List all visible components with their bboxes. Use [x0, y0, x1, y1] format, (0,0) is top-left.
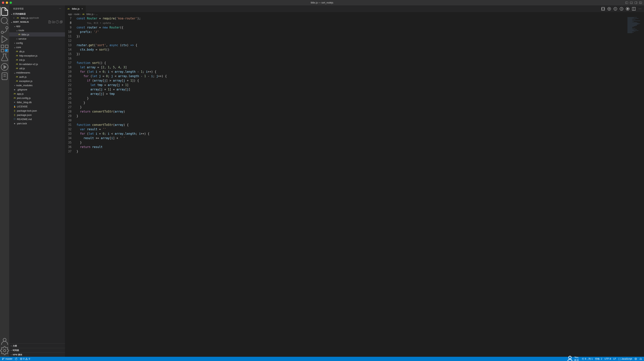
status-problems[interactable]: 0 0: [20, 357, 30, 360]
file-package-lock[interactable]: {}package-lock.json: [9, 109, 65, 113]
testing-activity[interactable]: [0, 53, 9, 62]
file-util-js[interactable]: JSutil.js: [9, 66, 65, 71]
json-file-icon: {}: [13, 109, 16, 112]
status-feedback-icon[interactable]: [634, 357, 637, 360]
npm-scripts-section[interactable]: ›NPM 脚本: [9, 352, 65, 357]
new-file-icon[interactable]: [48, 21, 51, 24]
open-editors-section[interactable]: ⌄ 打开的编辑器: [9, 12, 65, 16]
folder-app[interactable]: ⌄app: [9, 24, 65, 28]
file-exception-js[interactable]: JSexception.js: [9, 79, 65, 83]
file-jestconfig-js[interactable]: JSjest.config.js: [9, 96, 65, 100]
file-db-js[interactable]: JSdb.js: [9, 49, 65, 54]
chevron-down-icon: ⌄: [16, 29, 18, 32]
svg-point-11: [6, 27, 8, 29]
js-file-icon: JS: [82, 13, 85, 16]
close-window-button[interactable]: [2, 2, 4, 4]
svg-point-33: [609, 8, 610, 10]
file-auth-js[interactable]: JSauth.js: [9, 75, 65, 79]
search-activity[interactable]: [0, 16, 9, 26]
split-editor-icon[interactable]: [632, 7, 636, 11]
file-license[interactable]: 🏅LICENSE: [9, 104, 65, 109]
file-yarnlock[interactable]: ◆yarn.lock: [9, 121, 65, 126]
close-tab-icon[interactable]: ×: [81, 7, 84, 10]
file-readme[interactable]: ⓘREADME.md: [9, 117, 65, 121]
status-branch[interactable]: master: [2, 357, 12, 360]
compare-changes-icon[interactable]: [601, 7, 605, 11]
project-section[interactable]: ⌄ SORT_NODEJS: [9, 20, 65, 24]
js-file-icon: JS: [67, 7, 70, 11]
open-editor-item[interactable]: × JS lblbc.js app/route: [9, 16, 65, 20]
toggle-panel-bottom-icon[interactable]: [630, 1, 633, 4]
file-package-json[interactable]: {}package.json: [9, 113, 65, 117]
titlebar-layout-controls: [625, 1, 642, 4]
svg-line-10: [6, 23, 8, 24]
minimize-window-button[interactable]: [6, 2, 8, 4]
close-editor-icon[interactable]: ×: [12, 17, 16, 20]
refresh-icon[interactable]: [56, 21, 59, 24]
breadcrumb-more[interactable]: ...: [96, 13, 98, 16]
js-file-icon: JS: [16, 75, 18, 78]
status-line-col[interactable]: 行 8，列 1: [582, 357, 593, 360]
status-notifications-icon[interactable]: [640, 357, 642, 360]
chevron-down-icon: ⌄: [13, 71, 16, 74]
svg-rect-16: [1, 49, 4, 52]
js-file-icon: JS: [13, 96, 16, 100]
next-change-icon[interactable]: [620, 7, 624, 11]
more-actions-icon[interactable]: ⋯: [638, 7, 642, 11]
show-history-icon[interactable]: [607, 7, 611, 11]
breadcrumb-route[interactable]: route: [74, 13, 80, 16]
window-controls: [2, 2, 12, 4]
editor-area: JS lblbc.js × ⋯ app› route› JS lblbc.js›…: [65, 6, 644, 357]
open-editor-name: lblbc.js: [21, 17, 28, 20]
file-httpexception-js[interactable]: JShttp-exception.js: [9, 54, 65, 58]
status-encoding[interactable]: UTF-8: [604, 357, 611, 360]
file-init-js[interactable]: JSinit.js: [9, 58, 65, 62]
file-lblbc-js[interactable]: JSlblbc.js: [9, 32, 65, 37]
status-sync[interactable]: [15, 357, 18, 360]
collapse-all-icon[interactable]: [60, 21, 63, 24]
prev-change-icon[interactable]: [613, 7, 618, 11]
maximize-window-button[interactable]: [10, 2, 12, 4]
svg-marker-20: [4, 66, 6, 69]
toggle-panel-left-icon[interactable]: [625, 1, 628, 4]
run-debug-activity[interactable]: [0, 35, 9, 44]
file-gitignore[interactable]: ◆.gitignore: [9, 87, 65, 92]
breadcrumb-file[interactable]: lblbc.js: [86, 13, 94, 16]
file-app-js[interactable]: JSapp.js: [9, 92, 65, 96]
sidebar-more-icon[interactable]: ⋯: [59, 8, 61, 10]
run-icon[interactable]: [626, 7, 630, 11]
js-file-icon: JS: [16, 58, 18, 61]
editor-body[interactable]: 7const Router = require('koa-router'); 8…: [65, 16, 644, 357]
outline-section[interactable]: ›大纲: [9, 344, 65, 348]
settings-activity[interactable]: [0, 346, 9, 355]
tab-lblbc-js[interactable]: JS lblbc.js ×: [65, 6, 86, 12]
new-folder-icon[interactable]: [52, 21, 55, 24]
tabs-bar: JS lblbc.js × ⋯: [65, 6, 644, 12]
file-blog-db[interactable]: ≡lblbc_blog.db: [9, 100, 65, 104]
folder-config[interactable]: ›config: [9, 41, 65, 45]
breadcrumb-app[interactable]: app: [68, 13, 72, 16]
folder-service[interactable]: ›service: [9, 37, 65, 41]
extensions-activity[interactable]: 2: [0, 44, 9, 53]
explorer-activity[interactable]: [0, 7, 9, 16]
folder-middlewares[interactable]: ⌄middlewares: [9, 71, 65, 75]
toggle-panel-right-icon[interactable]: [634, 1, 638, 4]
folder-node-modules[interactable]: ›node_modules: [9, 83, 65, 87]
chevron-down-icon: ⌄: [10, 13, 13, 15]
timeline-section[interactable]: ›时间线: [9, 348, 65, 352]
status-lang[interactable]: { } JavaScript: [618, 357, 632, 360]
chevron-down-icon: ⌄: [13, 25, 16, 28]
tab-label: lblbc.js: [72, 7, 80, 10]
file-linvalidator-js[interactable]: JSlin-validator-v2.js: [9, 62, 65, 66]
scm-activity[interactable]: [0, 26, 9, 35]
customize-layout-icon[interactable]: [639, 1, 642, 4]
live-share-activity[interactable]: [0, 62, 9, 72]
folder-route[interactable]: ⌄route: [9, 28, 65, 32]
accounts-activity[interactable]: [0, 337, 9, 346]
folder-core[interactable]: ⌄core: [9, 45, 65, 49]
minimap[interactable]: [627, 16, 644, 357]
status-spaces[interactable]: 空格: 2: [595, 357, 602, 360]
status-eol[interactable]: LF: [614, 357, 616, 360]
chevron-right-icon: ›: [10, 353, 13, 356]
database-activity[interactable]: [0, 72, 9, 81]
